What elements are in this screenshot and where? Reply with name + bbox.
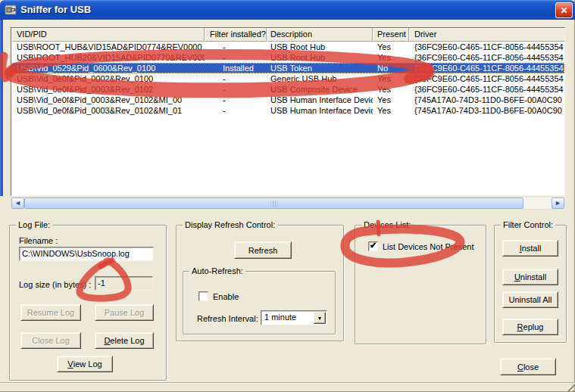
cell-vid-pid: USB\Vid_0e0f&Pid_0003&Rev_0102&MI_01 bbox=[11, 105, 205, 116]
cell-description: USB Human Interface Device bbox=[267, 105, 373, 116]
scroll-right-arrow-icon[interactable]: ► bbox=[552, 198, 564, 209]
title-bar[interactable]: Sniffer for USB ✕ bbox=[0, 0, 575, 20]
filter-control-caption: Filter Control: bbox=[501, 220, 555, 229]
cell-driver: {745A17A0-74D3-11D0-B6FE-00A0C90 bbox=[409, 95, 564, 105]
column-header-present[interactable]: Present bbox=[373, 28, 409, 42]
column-header-description[interactable]: Description bbox=[267, 28, 373, 42]
device-list-header: VID/PID Filter installed? Description Pr… bbox=[11, 28, 564, 42]
cell-filter: - bbox=[205, 42, 267, 52]
refresh-button[interactable]: Refresh bbox=[234, 241, 292, 259]
cell-present: Yes bbox=[373, 95, 409, 105]
refresh-interval-value: 1 minute bbox=[264, 313, 296, 322]
cell-present: Yes bbox=[373, 42, 409, 52]
cell-filter: Installed bbox=[205, 63, 267, 73]
cell-description: USB Root Hub bbox=[267, 42, 373, 52]
log-file-caption: Log File: bbox=[16, 220, 52, 229]
dropdown-arrow-icon[interactable]: ▼ bbox=[314, 312, 326, 324]
cell-present: Yes bbox=[373, 73, 409, 84]
device-row[interactable]: USB\Vid_0e0f&Pid_0003&Rev_0102&MI_00-USB… bbox=[11, 95, 564, 105]
cell-description: Generic USB Hub bbox=[267, 73, 373, 84]
cell-filter: - bbox=[205, 73, 267, 84]
auto-refresh-group: Auto-Refresh: ✔ Enable Refresh Interval:… bbox=[183, 271, 336, 334]
window-bottom-edge bbox=[0, 382, 575, 383]
cell-description: USB Human Interface Device bbox=[267, 95, 373, 105]
cell-vid-pid: USB\Vid_0e0f&Pid_0003&Rev_0102 bbox=[11, 84, 205, 95]
check-icon: ✔ bbox=[370, 241, 377, 250]
replug-button[interactable]: Replug bbox=[502, 319, 558, 335]
cell-vid-pid: USB\ROOT_HUB20&VID15AD&PID0770&REV0000 bbox=[11, 52, 205, 63]
cell-driver: {36FC9E60-C465-11CF-8056-44455354 bbox=[409, 73, 564, 84]
sniffer-for-usb-window: Sniffer for USB ✕ VID/PID Filter install… bbox=[0, 0, 575, 392]
device-row[interactable]: USB\Vid_0e0f&Pid_0003&Rev_0102&MI_01-USB… bbox=[11, 105, 564, 116]
refresh-interval-label: Refresh Interval: bbox=[197, 314, 258, 323]
cell-vid-pid: USB\Vid_0e0f&Pid_0003&Rev_0102&MI_00 bbox=[11, 95, 205, 105]
cell-driver: {36FC9E60-C465-11CF-8056-44455354 bbox=[409, 84, 564, 95]
window-title: Sniffer for USB bbox=[20, 4, 91, 15]
cell-description: USB Root Hub bbox=[267, 52, 373, 63]
device-row[interactable]: USB\ROOT_HUB20&VID15AD&PID0770&REV0000-U… bbox=[11, 52, 564, 63]
cell-driver: {36FC9E60-C465-11CF-8056-44455354 bbox=[409, 42, 564, 52]
cell-present: Yes bbox=[373, 84, 409, 95]
scroll-left-arrow-icon[interactable]: ◄ bbox=[11, 198, 24, 209]
device-list[interactable]: VID/PID Filter installed? Description Pr… bbox=[11, 27, 565, 196]
view-log-button[interactable]: View Log bbox=[57, 356, 113, 372]
devices-list-group: Devices List: ✔ List Devices Not Present bbox=[355, 225, 486, 344]
device-row[interactable]: USB\Vid_0e0f&Pid_0002&Rev_0100-Generic U… bbox=[11, 73, 564, 84]
cell-filter: - bbox=[205, 95, 267, 105]
cell-filter: - bbox=[205, 105, 267, 116]
column-header-filter-installed[interactable]: Filter installed? bbox=[205, 28, 267, 42]
install-button[interactable]: Install bbox=[502, 240, 558, 257]
horizontal-scrollbar[interactable]: ◄ ► bbox=[11, 197, 565, 210]
cell-description: USB Token bbox=[267, 63, 373, 73]
column-header-driver[interactable]: Driver bbox=[409, 28, 564, 42]
column-header-vid-pid[interactable]: VID/PID bbox=[11, 28, 205, 42]
enable-label: Enable bbox=[213, 292, 239, 301]
cell-driver: {36FC9E60-C465-11CF-8056-44455354 bbox=[409, 63, 564, 73]
cell-filter: - bbox=[205, 84, 267, 95]
delete-log-button[interactable]: Delete Log bbox=[95, 332, 154, 349]
refresh-interval-select[interactable]: 1 minute ▼ bbox=[261, 310, 327, 325]
log-size-field[interactable]: -1 bbox=[95, 276, 153, 291]
device-row[interactable]: USB\Vid_0e0f&Pid_0003&Rev_0102-USB Compo… bbox=[11, 84, 564, 95]
cell-driver: {745A17A0-74D3-11D0-B6FE-00A0C90 bbox=[409, 105, 564, 116]
scrollbar-thumb[interactable] bbox=[24, 198, 523, 209]
devices-list-caption: Devices List: bbox=[361, 220, 413, 229]
cell-filter: - bbox=[205, 52, 267, 63]
device-table-body: USB\ROOT_HUB&VID15AD&PID0774&REV0000-USB… bbox=[11, 42, 564, 195]
uninstall-button[interactable]: Uninstall bbox=[502, 269, 558, 285]
cell-driver: {36FC9E60-C465-11CF-8056-44455354 bbox=[409, 52, 564, 63]
list-devices-not-present-checkbox[interactable]: ✔ bbox=[368, 241, 378, 251]
cell-vid-pid: USB\Vid_0e0f&Pid_0002&Rev_0100 bbox=[11, 73, 205, 84]
device-row[interactable]: USB\Vid_0529&Pid_0600&Rev_0100InstalledU… bbox=[11, 63, 564, 73]
resume-log-button[interactable]: Resume Log bbox=[20, 304, 81, 321]
filename-label: Filename : bbox=[19, 236, 58, 245]
display-refresh-group: Display Refresh Control: Refresh Auto-Re… bbox=[176, 225, 344, 341]
close-log-button[interactable]: Close Log bbox=[20, 332, 81, 349]
pause-log-button[interactable]: Pause Log bbox=[95, 304, 154, 321]
auto-refresh-caption: Auto-Refresh: bbox=[189, 266, 245, 275]
list-devices-not-present-label: List Devices Not Present bbox=[383, 242, 473, 251]
filename-field[interactable]: C:\WINDOWS\UsbSnoop.log bbox=[19, 247, 154, 261]
close-window-button[interactable]: ✕ bbox=[555, 2, 573, 18]
uninstall-all-button[interactable]: Uninstall All bbox=[502, 291, 558, 308]
cell-present: Yes bbox=[373, 52, 409, 63]
device-row[interactable]: USB\ROOT_HUB&VID15AD&PID0774&REV0000-USB… bbox=[11, 42, 564, 52]
cell-description: USB Composite Device bbox=[267, 84, 373, 95]
resize-grip-icon[interactable] bbox=[564, 382, 574, 391]
cell-present: No bbox=[373, 63, 409, 73]
cell-vid-pid: USB\ROOT_HUB&VID15AD&PID0774&REV0000 bbox=[11, 42, 205, 52]
log-file-group: Log File: Filename : C:\WINDOWS\UsbSnoop… bbox=[9, 225, 167, 381]
cell-vid-pid: USB\Vid_0529&Pid_0600&Rev_0100 bbox=[11, 63, 205, 73]
close-dialog-button[interactable]: Close bbox=[500, 358, 556, 375]
window-left-border bbox=[0, 20, 3, 196]
cell-present: Yes bbox=[373, 105, 409, 116]
display-refresh-caption: Display Refresh Control: bbox=[183, 220, 277, 229]
filter-control-group: Filter Control: Install Uninstall Uninst… bbox=[494, 225, 567, 343]
enable-checkbox[interactable]: ✔ bbox=[198, 291, 208, 301]
scrollbar-thumb-grip-icon bbox=[270, 201, 277, 207]
app-icon bbox=[5, 4, 17, 16]
log-size-label: Log size (in bytes) : bbox=[19, 280, 91, 289]
